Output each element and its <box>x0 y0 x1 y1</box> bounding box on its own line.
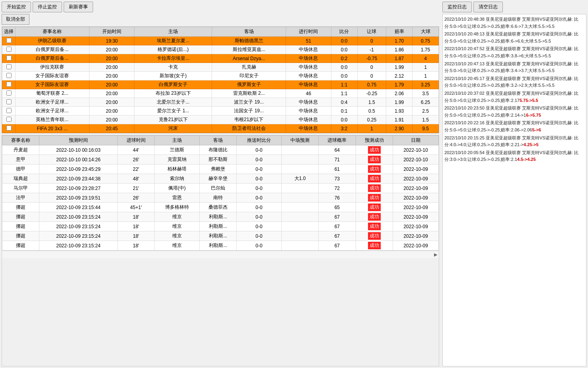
bottom-table-row: 德甲2022-10-09 23:45:2922′柏林赫塔弗赖堡0-061成功20… <box>2 164 439 174</box>
home-team2: 维京 <box>154 231 199 241</box>
top-table-row: 女子国际友谊赛20:00白俄罗斯女子俄罗斯女子中场休息1:10.751.793.… <box>2 80 439 89</box>
row-checkbox[interactable] <box>2 63 16 72</box>
clear-log-button[interactable]: 清空日志 <box>473 2 503 12</box>
big-ball: 3.5 <box>413 89 439 98</box>
goal-prob: 76 <box>319 193 356 203</box>
away-team2: 弗赖堡 <box>199 164 236 174</box>
away-team: 印尼女子 <box>212 72 286 80</box>
elapsed-time: 中场休息 <box>286 54 331 63</box>
start-monitor-button[interactable]: 开始监控 <box>2 2 31 12</box>
log-highlight: 5->6 <box>532 127 541 132</box>
start-time: 20:00 <box>89 89 134 98</box>
event-name: 伊朗乙级联赛 <box>16 37 90 45</box>
bottom-table-row: 挪超2022-10-09 23:15:2418′维京利勒斯...0-067成功2… <box>2 241 439 251</box>
col-mid-predict: 中场预测 <box>281 136 318 145</box>
log-button[interactable]: 监控日志 <box>442 2 472 12</box>
mid-predict <box>281 145 318 155</box>
row-checkbox[interactable] <box>2 54 16 63</box>
goal-time: 18′ <box>117 212 154 222</box>
row-checkbox[interactable] <box>2 98 16 107</box>
home-team2: 维京 <box>154 212 199 222</box>
goal-prob: 67 <box>319 222 356 231</box>
row-checkbox[interactable] <box>2 80 16 89</box>
predict-success: 成功 <box>356 145 393 155</box>
top-table-row: 伊拉克联赛20:00卡克扎克赫中场休息0:001.991 <box>2 63 439 72</box>
goal-prob: 67 <box>319 231 356 241</box>
date: 2022-10-09 <box>393 212 438 222</box>
elapsed-time: 中场休息 <box>286 63 331 72</box>
handicap: 1.5 <box>357 98 386 107</box>
predict-success: 成功 <box>356 231 393 241</box>
goal-time: 48′ <box>117 174 154 184</box>
col-home2: 主场 <box>154 136 199 145</box>
start-time: 20:45 <box>89 124 134 133</box>
away-team: 俄罗斯女子 <box>212 80 286 89</box>
push-score: 0-0 <box>237 193 282 203</box>
big-ball: 1.5 <box>413 115 439 124</box>
mid-predict <box>281 155 318 164</box>
mid-predict <box>281 222 318 231</box>
elapsed-time: 51 <box>286 37 331 45</box>
goal-time: 26′ <box>117 193 154 203</box>
start-time: 20:00 <box>89 45 134 54</box>
odds: 1.99 <box>386 63 413 72</box>
home-team2: 索尔纳 <box>154 174 199 184</box>
row-checkbox[interactable] <box>2 45 16 54</box>
goal-time: 18′ <box>117 222 154 231</box>
goal-time: 26′ <box>117 155 154 164</box>
row-checkbox[interactable] <box>2 72 16 80</box>
event-name: 女子国际友谊赛 <box>16 80 90 89</box>
log-highlight: 5.75->5.5 <box>520 98 538 103</box>
top-table-row: 伊朗乙级联赛19:30埃斯兰夏尔夏...斯帕德德黑兰510:001.700.75 <box>2 37 439 45</box>
odds: 2.12 <box>386 72 413 80</box>
handicap: 0.5 <box>357 107 386 115</box>
log-area[interactable]: 2022/10/10 20:48:38 亚美尼亚超级联赛 艾斯克特VS诺亚阿尔扎… <box>442 14 586 366</box>
away-team2: 桑德菲杰 <box>199 203 236 212</box>
row-checkbox[interactable] <box>2 124 16 133</box>
score: 1:1 <box>331 80 357 89</box>
event-name2: 挪超 <box>2 231 39 241</box>
top-table-row: 英格兰青年联...20:00克鲁21岁以下韦根21岁以下中场休息0:00.251… <box>2 115 439 124</box>
elapsed-time: 46 <box>286 89 331 98</box>
event-name: FIFA 20 3x3 ... <box>16 124 90 133</box>
date: 2022-10-10 <box>393 155 438 164</box>
row-checkbox[interactable] <box>2 115 16 124</box>
mid-predict <box>281 184 318 193</box>
col-goal-time: 进球时间 <box>117 136 154 145</box>
col-odds: 赔率 <box>386 27 413 37</box>
home-team: 格罗德诺(后...) <box>134 45 212 54</box>
away-team2: 利勒斯... <box>199 222 236 231</box>
home-team: 北爱尔兰女子... <box>134 98 212 107</box>
push-score: 0-0 <box>237 212 282 222</box>
score: 0:4 <box>331 98 357 107</box>
goal-prob: 65 <box>319 203 356 212</box>
top-toolbar: 开始监控 停止监控 刷新赛事 <box>2 2 439 12</box>
col-start-time: 开始时间 <box>89 27 134 37</box>
refresh-events-button[interactable]: 刷新赛事 <box>64 2 93 12</box>
log-entry: 2022/10/10 20:48:13 亚美尼亚超级联赛 艾斯克特VS诺亚阿尔扎… <box>444 31 584 45</box>
date: 2022-10-09 <box>393 184 438 193</box>
home-team2: 柏林赫塔 <box>154 164 199 174</box>
away-team: 法国女子 19... <box>212 107 286 115</box>
bottom-table-row: 瑞典超2022-10-09 23:44:3848′索尔纳赫辛辛堡0-0大1.07… <box>2 174 439 184</box>
handicap: 0.75 <box>357 80 386 89</box>
event-name2: 挪超 <box>2 222 39 231</box>
event-name2: 挪超 <box>2 203 39 212</box>
big-ball: 1.75 <box>413 45 439 54</box>
home-team: 布拉加 23岁以下 <box>134 89 212 98</box>
cancel-all-button[interactable]: 取消全部 <box>2 14 29 25</box>
event-name: 白俄罗斯后备... <box>16 54 90 63</box>
predict-success: 成功 <box>356 203 393 212</box>
row-checkbox[interactable] <box>2 89 16 98</box>
log-entry: 2022/10/10 20:22:16 亚美尼亚超级联赛 艾斯克特VS诺亚阿尔扎… <box>444 119 584 133</box>
top-table-header-row: 选择 赛事名称 开始时间 主场 客场 进行时间 比分 让球 赔率 大球 <box>2 27 439 37</box>
predict-success: 成功 <box>356 212 393 222</box>
odds: 1.86 <box>386 45 413 54</box>
date: 2022-10-09 <box>393 164 438 174</box>
log-entry: 2022/10/10 20:15:25 亚美尼亚超级联赛 艾斯克特VS诺亚阿尔扎… <box>444 135 584 149</box>
stop-monitor-button[interactable]: 停止监控 <box>33 2 62 12</box>
bottom-table-row: 丹麦超2022-10-10 00:16:0344′兰德斯布隆德比0-064成功2… <box>2 145 439 155</box>
push-score: 0-0 <box>237 241 282 251</box>
row-checkbox[interactable] <box>2 37 16 45</box>
row-checkbox[interactable] <box>2 107 16 115</box>
